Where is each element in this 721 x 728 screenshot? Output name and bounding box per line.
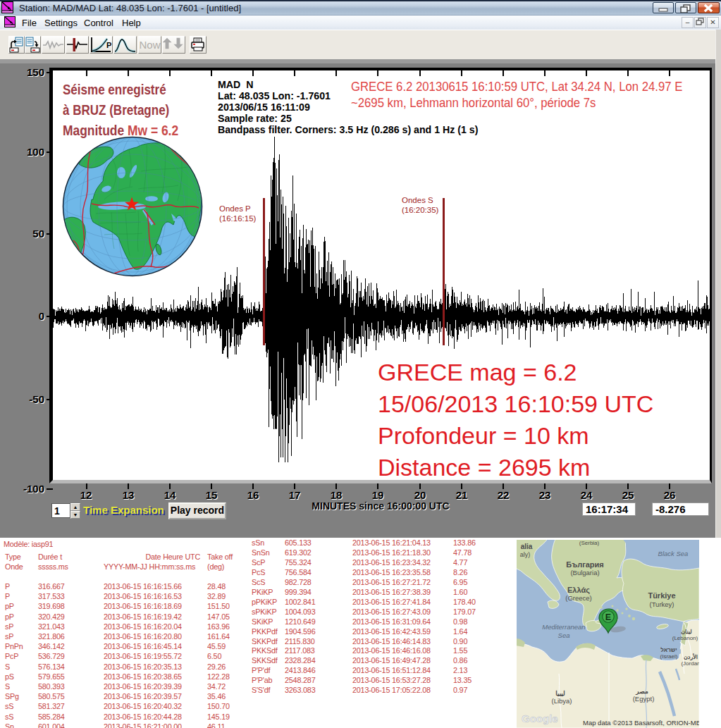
svg-text:ישראל: ישראל	[660, 647, 677, 653]
svg-text:Türkiye: Türkiye	[648, 591, 675, 600]
svg-text:Google: Google	[522, 712, 558, 724]
svg-text:(Jordan: (Jordan	[681, 660, 699, 667]
svg-text:(Serbia): (Serbia)	[579, 540, 600, 546]
svg-text:(Turkey): (Turkey)	[649, 600, 674, 608]
svg-text:Mediterranean: Mediterranean	[542, 623, 585, 631]
svg-text:(Egypt): (Egypt)	[633, 695, 655, 703]
svg-text:aly): aly)	[520, 551, 531, 558]
svg-text:لبنان: لبنان	[681, 629, 692, 635]
svg-text:(Lebanon): (Lebanon)	[672, 635, 698, 641]
svg-text:Sea: Sea	[558, 631, 570, 639]
svg-text:alia: alia	[521, 543, 533, 550]
svg-text:(Bulgaria): (Bulgaria)	[570, 569, 599, 576]
svg-text:(Israel): (Israel)	[660, 653, 678, 660]
svg-text:(Libya): (Libya)	[551, 697, 572, 705]
svg-text:ليبيا: ليبيا	[555, 690, 565, 697]
svg-text:България: България	[566, 560, 604, 569]
svg-text:(Greece): (Greece)	[565, 594, 591, 602]
svg-text:الأردن: الأردن	[684, 653, 698, 661]
svg-text:مصر: مصر	[635, 688, 648, 696]
svg-text:E: E	[605, 612, 611, 622]
svg-text:Black Sea: Black Sea	[658, 550, 689, 557]
svg-text:Map data ©2013 Basarsoft, ORIO: Map data ©2013 Basarsoft, ORION-ME	[583, 719, 699, 727]
